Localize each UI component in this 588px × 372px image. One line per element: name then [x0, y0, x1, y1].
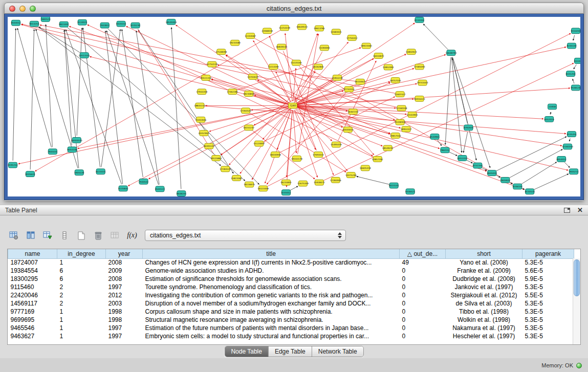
table-cell[interactable]: Dudbridge et al. (2008) [446, 275, 522, 283]
graph-node[interactable]: 11254439 [279, 25, 290, 31]
table-cell[interactable]: 5.3E-5 [522, 299, 574, 308]
graph-node[interactable]: 9013254 [29, 21, 39, 27]
graph-node[interactable]: 7964152 [440, 147, 450, 153]
graph-node[interactable]: 8645019 [487, 170, 497, 176]
graph-edge[interactable] [297, 88, 570, 105]
table-cell[interactable]: Tourette syndrome. Phenomenology and cla… [143, 283, 400, 291]
graph-node[interactable]: 15938472 [314, 180, 325, 185]
graph-node[interactable]: 17694023 [313, 152, 324, 158]
graph-node[interactable]: 12160348 [396, 105, 407, 111]
graph-node[interactable]: 14704025 [247, 74, 258, 80]
graph-node[interactable]: 16648794 [446, 50, 457, 56]
graph-node[interactable]: 17462385 [227, 89, 238, 95]
table-cell[interactable]: 49 [400, 258, 446, 267]
delete-column-icon[interactable] [93, 230, 104, 241]
graph-edge[interactable] [438, 140, 442, 146]
graph-node[interactable]: 17732014 [343, 86, 355, 92]
table-cell[interactable]: 5.9E-5 [522, 275, 574, 283]
tab-node-table[interactable]: Node Table [225, 346, 269, 357]
graph-edge[interactable] [509, 149, 562, 178]
table-cell[interactable]: Yano et al. (2008) [446, 258, 522, 267]
table-cell[interactable]: Changes of HCN gene expression and I(f) … [143, 258, 400, 267]
table-cell[interactable]: 5.5E-5 [522, 291, 574, 299]
table-cell[interactable]: 5.3E-5 [522, 332, 574, 340]
table-cell[interactable]: 1 [57, 258, 106, 267]
table-cell[interactable]: 0 [400, 267, 446, 275]
graph-node[interactable]: 18549232 [382, 145, 394, 151]
graph-node[interactable]: 7240 [289, 103, 297, 108]
graph-node[interactable]: 9135204 [567, 132, 576, 137]
graph-node[interactable]: 18330958 [270, 152, 281, 158]
graph-node[interactable]: 19125864 [210, 156, 222, 161]
graph-node[interactable]: 19857504 [390, 133, 401, 139]
graph-edge[interactable] [69, 26, 288, 104]
table-vertical-scrollbar[interactable] [573, 258, 580, 344]
table-cell[interactable]: 2 [57, 291, 106, 299]
table-cell[interactable]: 1997 [106, 332, 143, 340]
graph-node[interactable]: 16305123 [203, 143, 214, 149]
graph-edge[interactable] [83, 28, 100, 167]
table-cell[interactable]: 0 [400, 275, 446, 283]
graph-node[interactable]: 8320154 [116, 21, 126, 27]
show-columns-icon[interactable] [25, 230, 36, 241]
graph-node[interactable]: 8540961 [430, 134, 440, 140]
graph-edge[interactable] [221, 108, 289, 155]
table-cell[interactable]: 1998 [106, 308, 143, 316]
graph-node[interactable]: 7943812 [100, 23, 110, 28]
table-cell[interactable]: Structural magnetic resonance image aver… [143, 316, 400, 324]
graph-node[interactable]: 16123408 [257, 186, 269, 191]
graph-node[interactable]: 9154203 [571, 28, 580, 34]
graph-node[interactable]: 22068018 [262, 28, 273, 34]
function-builder-icon[interactable]: f(x) [126, 230, 138, 241]
table-cell[interactable]: 18724007 [8, 258, 57, 267]
table-cell[interactable]: 6 [57, 267, 106, 275]
tab-network-table[interactable]: Network Table [312, 346, 363, 357]
graph-node[interactable]: 18954327 [401, 126, 412, 132]
table-cell[interactable]: Estimation of the future numbers of pati… [143, 324, 400, 332]
graph-edge[interactable] [148, 108, 289, 179]
table-cell[interactable]: 0 [400, 332, 446, 340]
graph-node[interactable]: 15954238 [332, 75, 343, 81]
table-cell[interactable]: 5.3E-5 [522, 324, 574, 332]
minimize-window-button[interactable] [19, 6, 26, 12]
graph-node[interactable]: 9346521 [405, 189, 415, 194]
table-cell[interactable]: 5.3E-5 [522, 258, 574, 267]
network-window-titlebar[interactable]: citations_edges.txt [4, 3, 584, 14]
graph-node[interactable]: 9035620 [25, 171, 35, 177]
graph-node[interactable]: 7684520 [40, 17, 50, 21]
table-cell[interactable]: Hescheler et al. (1997) [446, 332, 522, 340]
graph-node[interactable]: 9246105 [513, 184, 522, 189]
graph-node[interactable]: 8023145 [389, 183, 399, 188]
graph-node[interactable]: 7845920 [500, 177, 510, 183]
graph-node[interactable]: 14850923 [406, 49, 417, 55]
graph-node[interactable]: 9134025 [77, 19, 87, 25]
graph-edge[interactable] [64, 30, 72, 145]
table-row[interactable]: 1830029562008Estimation of significance … [8, 275, 574, 283]
graph-node[interactable]: 12754139 [206, 61, 217, 67]
graph-edge[interactable] [46, 25, 52, 147]
graph-edge[interactable] [521, 162, 557, 184]
close-panel-icon[interactable]: ✕ [577, 207, 583, 213]
graph-edge[interactable] [509, 182, 512, 184]
graph-node[interactable]: 8451203 [458, 156, 467, 161]
graph-edge[interactable] [356, 177, 389, 185]
graph-node[interactable]: 12214590 [268, 64, 279, 70]
graph-node[interactable]: 8823401 [59, 21, 69, 27]
graph-edge[interactable] [534, 174, 569, 190]
table-cell[interactable]: Wolkin et al. (1998) [446, 316, 522, 324]
graph-node[interactable]: 16034872 [373, 53, 384, 59]
graph-node[interactable]: 15124853 [253, 141, 265, 146]
graph-edge[interactable] [251, 106, 288, 110]
graph-edge[interactable] [30, 29, 34, 169]
graph-node[interactable]: 16605418 [360, 165, 371, 171]
graph-node[interactable]: 20445612 [342, 127, 354, 133]
table-cell[interactable]: Estimation of significance thresholds fo… [143, 275, 400, 283]
graph-node[interactable]: 11544901 [407, 112, 418, 118]
table-cell[interactable]: Tibbo et al. (1998) [446, 308, 522, 316]
graph-node[interactable]: 16104627 [355, 79, 366, 84]
graph-node[interactable]: 26504530 [71, 137, 82, 143]
graph-node[interactable]: 8245130 [567, 43, 576, 49]
table-cell[interactable]: 2008 [106, 275, 143, 283]
graph-edge[interactable] [18, 106, 289, 164]
table-cell[interactable]: 1997 [106, 324, 143, 332]
